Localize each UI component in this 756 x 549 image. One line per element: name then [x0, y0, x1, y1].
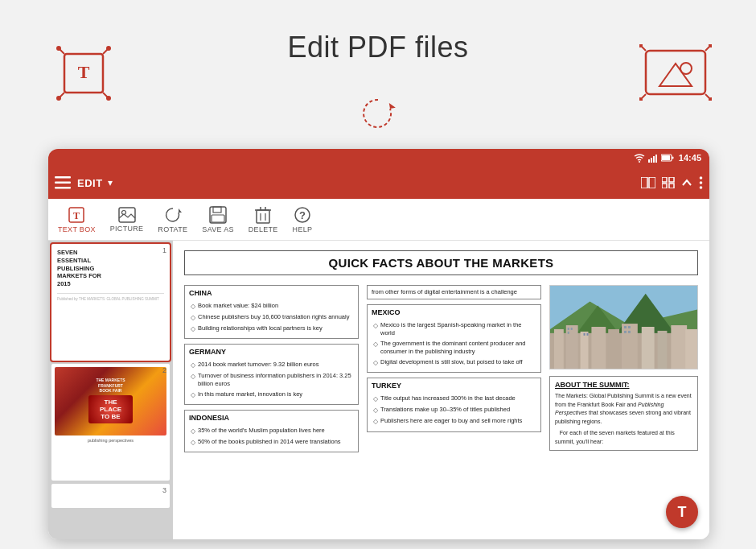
svg-rect-38	[669, 184, 674, 188]
edit-toolbar: T TEXT BOX PICTURE ROTATE	[48, 199, 709, 241]
indonesia-bullet-2: ◇ 50% of the books published in 2014 wer…	[189, 438, 354, 447]
svg-marker-46	[179, 208, 182, 213]
turkey-bullet-1: ◇ Title output has increased 300% in the…	[372, 394, 536, 403]
svg-point-7	[56, 96, 61, 101]
rotate-tool-icon	[164, 206, 182, 224]
svg-rect-44	[119, 208, 135, 222]
device-frame: 14:45 EDIT ▾	[48, 149, 709, 539]
thumb1-title: SEVENESSENTIALPUBLISHINGMARKETS FOR2015	[57, 249, 164, 288]
svg-point-8	[106, 96, 111, 101]
svg-rect-76	[584, 333, 585, 336]
turkey-heading: TURKEY	[372, 381, 536, 391]
svg-rect-32	[55, 187, 71, 189]
text-box-tool[interactable]: T TEXT BOX	[58, 206, 96, 233]
thumb1-divider	[57, 293, 164, 294]
view-icon-1[interactable]	[641, 177, 655, 188]
germany-bullet-2: ◇ Turnover of business information publi…	[189, 372, 354, 388]
mountain-city-image	[549, 285, 698, 369]
china-heading: CHINA	[189, 288, 354, 299]
picture-tool[interactable]: PICTURE	[110, 207, 144, 233]
svg-rect-69	[642, 327, 655, 369]
svg-rect-68	[622, 324, 638, 369]
col2-top-text: from other forms of digital entertainmen…	[372, 288, 536, 296]
turkey-bullet-2: ◇ Translations make up 30–35% of titles …	[372, 406, 536, 415]
svg-rect-49	[212, 215, 224, 222]
pdf-col-2: from other forms of digital entertainmen…	[367, 285, 541, 457]
svg-rect-66	[591, 327, 606, 369]
indonesia-box: INDONESIA ◇ 35% of the world's Muslim po…	[184, 410, 359, 452]
status-icons	[634, 153, 674, 163]
svg-rect-31	[55, 182, 71, 184]
svg-rect-67	[608, 329, 619, 369]
svg-rect-48	[213, 207, 221, 213]
svg-rect-65	[581, 332, 589, 369]
svg-rect-70	[658, 331, 668, 369]
rotate-tool[interactable]: ROTATE	[158, 206, 187, 233]
about-summit-box: ABOUT THE SUMMIT: The Markets: Global Pu…	[549, 376, 698, 451]
mexico-heading: MEXICO	[372, 308, 536, 318]
thumb-page-3[interactable]: 3	[51, 484, 170, 508]
mexico-bullet-2: ◇ The government is the dominant content…	[372, 340, 536, 356]
mexico-bullet-1: ◇ Mexico is the largest Spanish-speaking…	[372, 321, 536, 337]
signal-icon	[648, 153, 658, 163]
svg-rect-24	[651, 158, 652, 163]
pdf-columns: CHINA ◇ Book market value: $24 billion ◇…	[184, 285, 698, 457]
svg-rect-71	[671, 325, 687, 369]
turkey-bullet-3: ◇ Publishers here are eager to buy and s…	[372, 417, 536, 426]
text-box-tool-icon: T	[68, 206, 85, 224]
thumb2-page-num: 2	[162, 366, 166, 374]
svg-point-41	[700, 186, 703, 189]
thumb-page-2[interactable]: THE MARKETSFRANKFURTBOOK FAIR THEPLACETO…	[51, 364, 170, 481]
help-label: HELP	[293, 225, 313, 233]
svg-rect-77	[587, 333, 589, 336]
about-summit-title: ABOUT THE SUMMIT:	[555, 381, 692, 389]
svg-rect-36	[669, 177, 674, 182]
rotate-label: ROTATE	[158, 225, 187, 233]
collapse-icon[interactable]	[681, 178, 692, 188]
save-as-label: SAVE AS	[202, 225, 233, 233]
svg-rect-75	[568, 332, 569, 334]
svg-rect-81	[628, 331, 631, 333]
save-as-tool-icon	[209, 206, 227, 224]
svg-rect-78	[624, 326, 627, 328]
toolbar-right	[641, 176, 703, 189]
china-bullet-3: ◇ Building relationships with local part…	[189, 324, 354, 333]
delete-tool[interactable]: DELETE	[249, 206, 278, 233]
status-time: 14:45	[679, 153, 701, 163]
page-header: Edit PDF files	[0, 0, 756, 80]
germany-bullet-1: ◇ 2014 book market turnover: 9.32 billio…	[189, 361, 354, 369]
hamburger-icon[interactable]	[55, 176, 71, 189]
svg-rect-74	[571, 328, 573, 330]
fab-icon: T	[678, 504, 687, 521]
germany-bullet-3: ◇ In this mature market, innovation is k…	[189, 390, 354, 399]
thumb-page-1[interactable]: SEVENESSENTIALPUBLISHINGMARKETS FOR2015 …	[51, 244, 170, 361]
thumb3-page-num: 3	[162, 486, 166, 494]
view-icon-2[interactable]	[662, 177, 675, 188]
help-tool[interactable]: ? HELP	[293, 206, 313, 233]
status-bar: 14:45	[48, 149, 709, 167]
toolbar-dropdown-icon[interactable]: ▾	[108, 177, 113, 188]
svg-rect-37	[662, 184, 667, 188]
svg-rect-72	[685, 329, 697, 369]
thumb1-caption: Published by THE MARKETS: GLOBAL PUBLISH…	[57, 297, 164, 301]
battery-icon	[661, 154, 674, 162]
page-title: Edit PDF files	[0, 31, 756, 64]
picture-label: PICTURE	[110, 225, 144, 233]
pdf-main-content: QUICK FACTS ABOUT THE MARKETS CHINA ◇ Bo…	[173, 241, 709, 539]
svg-rect-63	[554, 329, 564, 369]
indonesia-bullet-1: ◇ 35% of the world's Muslim population l…	[189, 427, 354, 435]
help-tool-icon: ?	[294, 206, 311, 224]
about-summit-text: The Markets: Global Publishing Summit is…	[555, 392, 692, 426]
mexico-box: MEXICO ◇ Mexico is the largest Spanish-s…	[367, 304, 541, 373]
svg-rect-23	[648, 159, 650, 163]
thumb2-img: THE MARKETSFRANKFURTBOOK FAIR THEPLACETO…	[55, 367, 166, 435]
more-options-icon[interactable]	[699, 176, 703, 189]
svg-rect-35	[662, 177, 667, 182]
svg-point-40	[700, 181, 703, 184]
svg-rect-73	[568, 328, 569, 330]
fab-button[interactable]: T	[666, 496, 698, 528]
germany-box: GERMANY ◇ 2014 book market turnover: 9.3…	[184, 344, 359, 405]
delete-label: DELETE	[249, 225, 278, 233]
save-as-tool[interactable]: SAVE AS	[202, 206, 233, 233]
svg-text:?: ?	[299, 209, 306, 221]
